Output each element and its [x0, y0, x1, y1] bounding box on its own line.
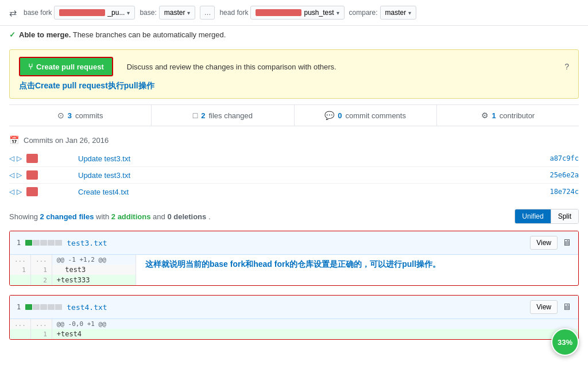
pr-icon: ⑂	[28, 62, 33, 71]
file-diff-test3: 1 test3.txt View 🖥 ...	[9, 231, 579, 286]
commit-row: ◁ ▷ Update test3.txt a87c9fc	[9, 150, 579, 167]
comments-icon: 💬	[324, 111, 334, 120]
file-header-left-0: 1 test3.txt	[17, 239, 107, 247]
top-bar: ⇄ base fork _pu... ▾ base: master ▾ … he…	[0, 0, 588, 26]
contributor-icon: ⚙	[481, 111, 489, 120]
commit-hash-0[interactable]: a87c9fc	[550, 154, 579, 162]
additions: 2 additions	[111, 212, 151, 221]
diff-summary-text: Showing 2 changed files with 2 additions…	[9, 212, 211, 221]
diff-table-1: ... ... @@ -0,0 +1 @@ 1 +test4	[10, 319, 578, 339]
able-to-merge: Able to merge.	[19, 30, 71, 39]
commit-row: ◁ ▷ Update test3.txt 25e6e2a	[9, 167, 579, 184]
view-btn-0[interactable]: View	[530, 236, 558, 250]
old-num-hunk-1: ...	[10, 319, 30, 329]
with-text: with	[96, 212, 109, 221]
base-fork-suffix: _pu...	[107, 9, 125, 17]
diff-added-row-1: 1 +test4	[10, 329, 578, 339]
base-fork-redacted	[59, 9, 105, 16]
context-code-0: test3	[52, 265, 136, 275]
new-num-hunk-1: ...	[30, 319, 52, 329]
compare-branch-group: compare: master ▾	[349, 6, 417, 20]
color-seg-gray-1	[33, 240, 40, 246]
head-fork-redacted	[256, 9, 301, 16]
file-name-0[interactable]: test3.txt	[67, 239, 107, 247]
files-count: 2	[201, 111, 205, 120]
file-color-bar-0	[25, 240, 62, 246]
split-view-btn[interactable]: Split	[551, 209, 578, 223]
color-seg-gray-7	[48, 304, 55, 310]
progress-percent: 33%	[558, 338, 572, 347]
merge-status: ✓ Able to merge. These branches can be a…	[0, 26, 588, 44]
end-text: .	[208, 212, 211, 221]
commit-nav-left[interactable]: ◁	[9, 154, 14, 162]
stat-commits[interactable]: ⊙ 3 commits	[9, 105, 152, 126]
view-btn-1[interactable]: View	[530, 300, 558, 314]
diff-summary: Showing 2 changed files with 2 additions…	[9, 209, 579, 224]
commits-count: 3	[68, 111, 72, 120]
contributor-label: contributor	[500, 111, 535, 120]
commit-message-2[interactable]: Create test4.txt	[78, 188, 550, 196]
head-fork-label: head fork	[219, 9, 248, 17]
head-fork-btn[interactable]: push_test ▾	[250, 6, 344, 20]
compare-icon: ⇄	[9, 7, 17, 18]
commit-hash-2[interactable]: 18e724c	[550, 188, 579, 196]
create-pull-request-button[interactable]: ⑂ Create pull request	[19, 57, 113, 76]
old-num-added-1	[10, 329, 30, 339]
action-bar: ⑂ Create pull request Discuss and review…	[9, 49, 579, 99]
file-name-1[interactable]: test4.txt	[67, 303, 107, 312]
commit-hash-1[interactable]: 25e6e2a	[550, 171, 579, 179]
stat-files-changed[interactable]: □ 2 files changed	[152, 105, 294, 126]
commit-author-1	[26, 170, 78, 180]
new-num-added-1: 1	[30, 329, 52, 339]
unified-view-btn[interactable]: Unified	[515, 209, 551, 223]
head-fork-group: head fork push_test ▾	[219, 6, 344, 20]
help-icon[interactable]: ?	[564, 62, 569, 71]
and-text: and	[153, 212, 165, 221]
compare-branch-caret: ▾	[408, 10, 411, 16]
commit-nav: ◁ ▷	[9, 188, 22, 196]
commit-avatar-2	[26, 187, 38, 196]
diff-table-0: ... ... @@ -1 +1,2 @@ 1 1 test3 2 +test3…	[10, 255, 136, 285]
commit-nav: ◁ ▷	[9, 171, 22, 179]
showing-text: Showing	[9, 212, 38, 221]
commit-author-2	[26, 187, 78, 196]
monitor-icon-1[interactable]: 🖥	[562, 302, 571, 312]
compare-branch-btn[interactable]: master ▾	[380, 6, 417, 20]
color-seg-green-1	[25, 304, 32, 310]
base-branch-name: master	[164, 9, 185, 17]
comments-label: commit comments	[346, 111, 406, 120]
commit-avatar-1	[26, 170, 38, 180]
files-icon: □	[193, 111, 198, 120]
commits-list: ◁ ▷ Update test3.txt a87c9fc ◁ ▷ Update …	[9, 150, 579, 200]
commits-header: 📅 Commits on Jan 26, 2016	[9, 135, 579, 145]
commit-row: ◁ ▷ Create test4.txt 18e724c	[9, 184, 579, 200]
head-fork-caret: ▾	[336, 10, 339, 16]
file-diff-right-0: 这样就说明当前的base fork和head fork的仓库设置是正确的，可以进…	[136, 255, 450, 285]
file-diff-header-1: 1 test4.txt View 🖥	[10, 296, 578, 319]
diff-context-row-0: 1 1 test3	[10, 265, 136, 275]
base-fork-btn[interactable]: _pu... ▾	[54, 6, 135, 20]
dots-btn[interactable]: …	[200, 6, 215, 20]
color-seg-gray-8	[55, 304, 62, 310]
commit-message-0[interactable]: Update test3.txt	[78, 154, 550, 163]
merge-description: These branches can be automatically merg…	[73, 30, 226, 39]
action-description: Discuss and review the changes in this c…	[127, 63, 558, 71]
file-num-1: 1	[17, 303, 21, 311]
stat-contributor[interactable]: ⚙ 1 contributor	[437, 105, 579, 126]
monitor-icon-0[interactable]: 🖥	[562, 238, 571, 248]
base-branch-btn[interactable]: master ▾	[159, 6, 196, 20]
commit-nav-right[interactable]: ▷	[17, 171, 22, 179]
commit-nav-left[interactable]: ◁	[9, 171, 14, 179]
file-header-right-1: View 🖥	[530, 300, 571, 314]
commits-section: 📅 Commits on Jan 26, 2016 ◁ ▷ Update tes…	[9, 135, 579, 200]
base-fork-caret: ▾	[127, 10, 130, 16]
commit-nav-right[interactable]: ▷	[17, 188, 22, 196]
commit-nav-right[interactable]: ▷	[17, 154, 22, 162]
color-seg-gray-3	[48, 240, 55, 246]
file-diff-body-0: ... ... @@ -1 +1,2 @@ 1 1 test3 2 +test3…	[10, 255, 578, 285]
commit-nav-left[interactable]: ◁	[9, 188, 14, 196]
commit-message-1[interactable]: Update test3.txt	[78, 171, 550, 180]
stat-commit-comments[interactable]: 💬 0 commit comments	[295, 105, 437, 126]
old-num-added	[10, 275, 30, 285]
diff-hunk-row-0: ... ... @@ -1 +1,2 @@	[10, 255, 136, 265]
